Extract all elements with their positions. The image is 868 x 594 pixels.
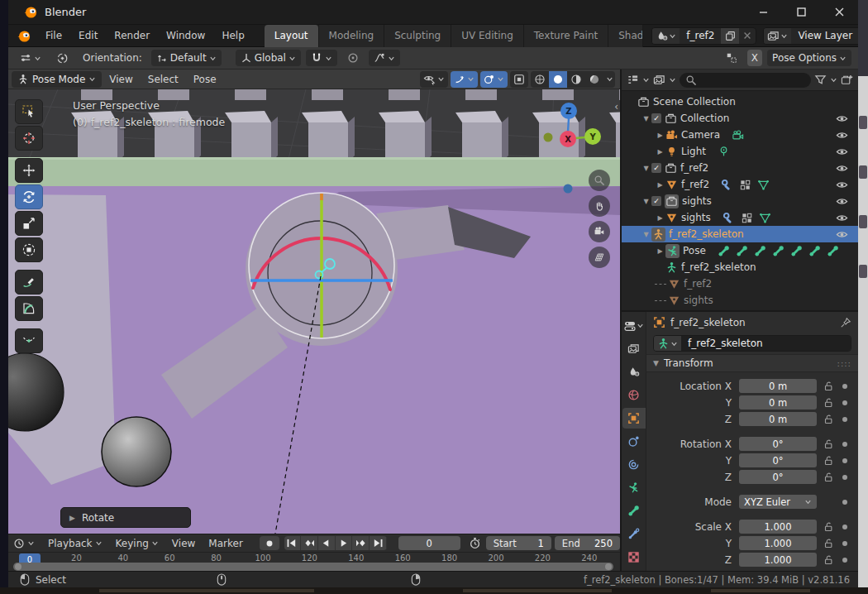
menu-help[interactable]: Help: [213, 25, 252, 47]
tool-cursor[interactable]: [15, 126, 43, 151]
transform-panel-header[interactable]: ▼ Transform ::::: [646, 354, 858, 372]
proportional-editing-toggle[interactable]: [342, 50, 364, 66]
camera-view-button[interactable]: [589, 221, 610, 242]
viewport-menu-view[interactable]: View: [102, 68, 140, 90]
mode-dropdown[interactable]: Pose Mode: [12, 71, 102, 88]
animate-dot[interactable]: [842, 525, 847, 529]
object-id-field[interactable]: f_ref2_skeleton: [653, 335, 851, 352]
workspace-tab-uv-editing[interactable]: UV Editing: [451, 25, 524, 47]
expand-triangle-icon[interactable]: ▼: [641, 231, 651, 238]
lock-icon[interactable]: [820, 414, 837, 425]
animate-dot[interactable]: [842, 458, 847, 463]
properties-tab-constraints[interactable]: [622, 454, 646, 475]
menu-render[interactable]: Render: [106, 25, 158, 47]
record-button[interactable]: [260, 536, 279, 550]
expand-triangle-icon[interactable]: ▼: [641, 198, 651, 205]
tool-measure[interactable]: [15, 296, 43, 321]
new-scene-icon[interactable]: [721, 28, 739, 44]
blender-menu-icon[interactable]: [17, 29, 31, 43]
view-layer-browse-icon[interactable]: [764, 28, 791, 44]
lock-icon[interactable]: [820, 438, 837, 450]
lock-icon[interactable]: [820, 554, 837, 566]
scene-name[interactable]: f_ref2: [680, 30, 721, 41]
outliner-item-label[interactable]: Camera: [681, 129, 720, 141]
prev-keyframe-button[interactable]: [301, 536, 318, 550]
collection-checkbox[interactable]: ✓: [651, 113, 661, 123]
tool-settings-dropdown[interactable]: [15, 50, 46, 66]
outliner-item-label[interactable]: f_ref2_skeleton: [681, 261, 756, 273]
menu-file[interactable]: File: [37, 25, 70, 47]
shading-rendered-button[interactable]: [585, 71, 603, 88]
scene-selector[interactable]: f_ref2: [651, 27, 756, 45]
outliner-item-label[interactable]: Light: [681, 146, 706, 157]
outliner-item-label[interactable]: f_ref2: [680, 162, 708, 174]
collection-checkbox[interactable]: ✓: [651, 163, 661, 173]
properties-tab-bone[interactable]: [622, 501, 646, 521]
overlays-toggle[interactable]: [480, 71, 508, 88]
play-button[interactable]: [336, 536, 353, 550]
outliner-scenes-dropdown[interactable]: [653, 74, 665, 86]
visibility-eye-icon[interactable]: [836, 212, 848, 224]
outliner-item-label[interactable]: f_ref2_skeleton: [669, 228, 744, 240]
view-layer-name[interactable]: View Layer: [791, 30, 858, 41]
rotation-value-field[interactable]: 0°: [739, 453, 817, 467]
jump-end-button[interactable]: [370, 536, 387, 550]
outliner-row-sights[interactable]: sights: [622, 292, 858, 309]
minimize-button[interactable]: [744, 0, 782, 25]
workspace-tab-shad[interactable]: Shad: [608, 25, 643, 47]
auto-keyframe-clock-icon[interactable]: [469, 537, 481, 549]
outliner-row-f_ref2[interactable]: f_ref2: [622, 275, 858, 292]
tool-annotate[interactable]: [15, 270, 43, 295]
animate-dot[interactable]: [842, 400, 847, 405]
outliner-row-sights[interactable]: ▶sights: [622, 209, 858, 226]
orientation-dropdown[interactable]: Default: [151, 50, 222, 66]
outliner-row-light[interactable]: ▶Light: [622, 143, 858, 160]
next-keyframe-button[interactable]: [352, 536, 370, 550]
tool-scale[interactable]: [15, 211, 43, 236]
shading-wireframe-button[interactable]: [531, 71, 549, 88]
workspace-tab-texture-paint[interactable]: Texture Paint: [524, 25, 608, 47]
close-button[interactable]: [820, 0, 858, 25]
outliner-item-label[interactable]: f_ref2: [684, 278, 712, 290]
active-tool-rotate-icon[interactable]: [51, 50, 74, 66]
zoom-button[interactable]: [589, 170, 610, 191]
tool-transform[interactable]: [15, 237, 43, 262]
properties-tab-editor-dropdown[interactable]: [622, 315, 646, 336]
outliner-item-label[interactable]: Collection: [680, 113, 729, 124]
outliner-item-label[interactable]: f_ref2: [681, 179, 709, 190]
outliner-row-collection[interactable]: ▼✓Collection: [622, 110, 858, 127]
sidebar-collapse-arrow[interactable]: ‹: [614, 101, 618, 113]
outliner-row-f_ref2_skeleton[interactable]: f_ref2_skeleton: [622, 259, 858, 275]
visibility-eye-icon[interactable]: [836, 179, 848, 191]
collapse-triangle-icon[interactable]: ▶: [655, 214, 665, 222]
shading-material-button[interactable]: [567, 71, 585, 88]
animate-dot[interactable]: [842, 500, 847, 505]
show-gizmo-dropdown[interactable]: [420, 71, 448, 88]
outliner-row-scene-collection[interactable]: Scene Collection: [622, 93, 858, 110]
frame-start-field[interactable]: Start1: [486, 536, 551, 550]
properties-tab-scene[interactable]: [622, 362, 646, 382]
tool-pose-breakdowner[interactable]: [15, 328, 43, 353]
timeline-menu-view[interactable]: View: [165, 538, 202, 549]
search-input[interactable]: [697, 74, 798, 85]
lock-icon[interactable]: [820, 472, 837, 483]
outliner-item-label[interactable]: sights: [684, 295, 713, 306]
proportional-falloff-dropdown[interactable]: [369, 50, 400, 66]
view-layer-selector[interactable]: View Layer: [763, 27, 858, 45]
maximize-button[interactable]: [782, 0, 820, 25]
timeline-editor-dropdown[interactable]: [8, 538, 41, 549]
visibility-eye-icon[interactable]: [836, 162, 848, 175]
workspace-tab-layout[interactable]: Layout: [265, 25, 319, 47]
timeline-menu-marker[interactable]: Marker: [202, 538, 249, 549]
rotation-value-field[interactable]: 0°: [739, 437, 817, 451]
timeline-menu-playback[interactable]: Playback: [41, 538, 109, 549]
lock-icon[interactable]: [820, 455, 837, 467]
properties-tab-object-data[interactable]: [622, 477, 646, 498]
frame-end-field[interactable]: End250: [555, 536, 620, 550]
collapse-triangle-icon[interactable]: ▶: [655, 247, 665, 255]
properties-tab-physics[interactable]: [622, 431, 646, 452]
location-value-field[interactable]: 0 m: [739, 379, 817, 393]
pan-hand-button[interactable]: [589, 195, 610, 217]
outliner-search[interactable]: [680, 73, 811, 88]
scene-browse-icon[interactable]: [652, 28, 680, 44]
